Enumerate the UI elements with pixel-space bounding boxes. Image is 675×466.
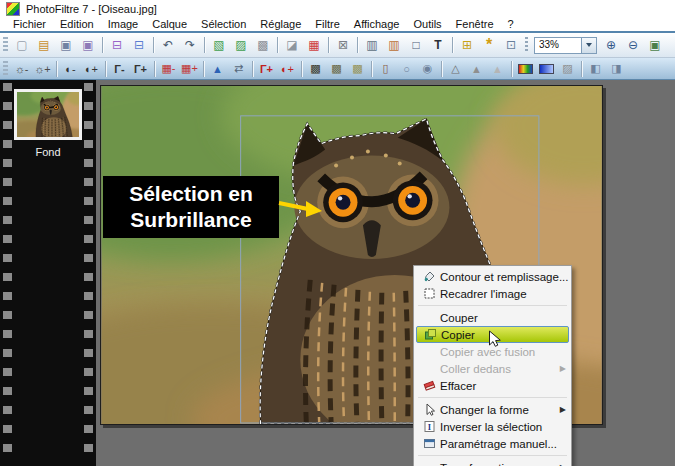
saturation-plus-icon[interactable]: ▦+ <box>179 60 200 78</box>
paste-as-image-icon[interactable]: ▥ <box>383 36 405 55</box>
menu-filtre[interactable]: Filtre <box>308 18 346 30</box>
antialias-icon[interactable]: ▲ <box>487 60 508 78</box>
relief-icon[interactable]: △ <box>445 60 466 78</box>
menu-item-contour-remplissage[interactable]: Contour et remplissage... <box>416 268 569 285</box>
menu-calque[interactable]: Calque <box>145 18 194 30</box>
histogram-icon[interactable]: ▲ <box>207 60 228 78</box>
toolbar-separator <box>328 37 329 53</box>
callout-arrow-icon <box>277 196 323 218</box>
menu-reglage[interactable]: Réglage <box>253 18 308 30</box>
color-palette-icon[interactable]: ▦ <box>303 36 325 55</box>
empty-icon-slot <box>418 361 440 376</box>
new-file-icon[interactable]: ▢ <box>11 36 33 55</box>
auto-levels-icon[interactable]: Γ+ <box>256 60 277 78</box>
toolbar-separator <box>204 37 205 53</box>
menu-selection[interactable]: Sélection <box>194 18 253 30</box>
callout-line1: Sélection en <box>103 181 279 207</box>
plugin-icon[interactable]: * <box>478 36 500 55</box>
text-tool-icon[interactable]: T <box>427 36 449 55</box>
duplicate-image-icon[interactable]: ▩ <box>252 36 274 55</box>
submenu-arrow-icon: ▶ <box>560 364 566 373</box>
menu-aide[interactable]: ? <box>501 18 521 30</box>
undo-icon[interactable]: ↶ <box>157 36 179 55</box>
main-toolbar: ▢▤▣▣ ⊟⊟ ↶↷ ▧▨▩ ◪▦ ⊠ ▥▥□T ⊞*⊡ 33% ⊕⊖▣ <box>0 33 675 58</box>
menu-item-inverser-selection[interactable]: I Inverser la sélection <box>416 418 569 435</box>
menu-item-changer-la-forme[interactable]: Changer la forme ▶ <box>416 401 569 418</box>
photofiltre-window: PhotoFiltre 7 - [Oiseau.jpg] Fichier Edi… <box>0 0 675 466</box>
automate-module-icon[interactable]: ⊠ <box>332 36 354 55</box>
toolbar-separator <box>102 37 103 53</box>
photomask-mid-icon[interactable]: ▩ <box>326 60 347 78</box>
page-curl-icon[interactable]: ▯ <box>375 60 396 78</box>
fit-image-icon[interactable]: ▣ <box>644 36 666 55</box>
toolbar-separator <box>252 61 253 77</box>
selection-tool-icon[interactable]: □ <box>405 36 427 55</box>
save-icon[interactable]: ▣ <box>55 36 77 55</box>
menu-fichier[interactable]: Fichier <box>6 18 53 30</box>
submenu-arrow-icon: ▶ <box>560 405 566 414</box>
brightness-minus-icon[interactable]: ☼- <box>11 60 32 78</box>
zoom-level-combo[interactable]: 33% <box>534 37 597 54</box>
menu-affichage[interactable]: Affichage <box>347 18 407 30</box>
fullscreen-icon[interactable]: ⊡ <box>500 36 522 55</box>
save-as-icon[interactable]: ▣ <box>77 36 99 55</box>
saturation-minus-icon[interactable]: ▦- <box>158 60 179 78</box>
zoom-in-icon[interactable]: ⊕ <box>600 36 622 55</box>
menu-item-recadrer[interactable]: Recadrer l'image <box>416 285 569 302</box>
toolbar-separator <box>277 37 278 53</box>
print-icon[interactable]: ⊟ <box>106 36 128 55</box>
blur-icon[interactable]: ○ <box>396 60 417 78</box>
dialog-window-icon <box>418 436 440 451</box>
menu-edition[interactable]: Edition <box>53 18 101 30</box>
menu-item-effacer[interactable]: Effacer <box>416 377 569 394</box>
title-bar: PhotoFiltre 7 - [Oiseau.jpg] <box>0 0 675 17</box>
print-preview-icon[interactable]: ⊟ <box>128 36 150 55</box>
gamma-plus-icon[interactable]: Γ+ <box>130 60 151 78</box>
image-explorer-sidebar: Fond <box>0 80 96 466</box>
levels-icon[interactable]: ⇄ <box>228 60 249 78</box>
mirror-horizontal-icon[interactable]: ◧ <box>585 60 606 78</box>
menu-outils[interactable]: Outils <box>406 18 448 30</box>
menu-item-coller-dedans[interactable]: Coller dedans ▶ <box>416 360 569 377</box>
shadow-icon[interactable]: ◪ <box>281 36 303 55</box>
gamma-minus-icon[interactable]: Γ- <box>109 60 130 78</box>
photomask-light-icon[interactable]: ▩ <box>347 60 368 78</box>
menu-item-transformation[interactable]: Transformation ▶ <box>416 459 569 466</box>
redo-icon[interactable]: ↷ <box>179 36 201 55</box>
transparent-icon[interactable]: ▨ <box>557 60 578 78</box>
canvas-size-icon[interactable]: ▨ <box>230 36 252 55</box>
contrast-plus-icon[interactable]: ◐+ <box>81 60 102 78</box>
sharpen-icon[interactable]: ◉ <box>417 60 438 78</box>
menu-item-parametrage-manuel[interactable]: Paramétrage manuel... <box>416 435 569 452</box>
blue-gradient-icon[interactable] <box>536 60 557 78</box>
open-image-icon[interactable]: ▤ <box>33 36 55 55</box>
toolbar-separator <box>581 61 582 77</box>
layer-thumbnail[interactable] <box>14 89 82 140</box>
image-size-icon[interactable]: ▧ <box>208 36 230 55</box>
toolbar-separator <box>153 37 154 53</box>
layers-tree-icon[interactable]: ⊞ <box>456 36 478 55</box>
zoom-out-icon[interactable]: ⊖ <box>622 36 644 55</box>
rgb-gradient-icon[interactable] <box>515 60 536 78</box>
brightness-plus-icon[interactable]: ☼+ <box>32 60 53 78</box>
toolbar-grip[interactable] <box>3 37 8 53</box>
context-menu: Contour et remplissage... Recadrer l'ima… <box>413 265 572 466</box>
toolbar-separator <box>357 37 358 53</box>
zoom-combo-dropdown-button[interactable] <box>582 37 597 54</box>
copy-icon <box>419 327 441 342</box>
toolbar-grip[interactable] <box>3 61 8 77</box>
menu-bar: Fichier Edition Image Calque Sélection R… <box>0 17 675 31</box>
layer-name: Fond <box>0 146 96 158</box>
empty-icon-slot <box>418 460 440 466</box>
mirror-vertical-icon[interactable]: ◨ <box>606 60 627 78</box>
auto-contrast-icon[interactable]: ◐+ <box>277 60 298 78</box>
menu-image[interactable]: Image <box>101 18 146 30</box>
contrast-minus-icon[interactable]: ◐- <box>60 60 81 78</box>
mouse-cursor <box>488 330 503 350</box>
photomask-dark-icon[interactable]: ▩ <box>305 60 326 78</box>
zoom-level-value[interactable]: 33% <box>534 37 582 54</box>
menu-item-couper[interactable]: Couper <box>416 309 569 326</box>
menu-fenetre[interactable]: Fenêtre <box>449 18 501 30</box>
copy-into-image-icon[interactable]: ▥ <box>361 36 383 55</box>
soften-icon[interactable]: ▲ <box>466 60 487 78</box>
